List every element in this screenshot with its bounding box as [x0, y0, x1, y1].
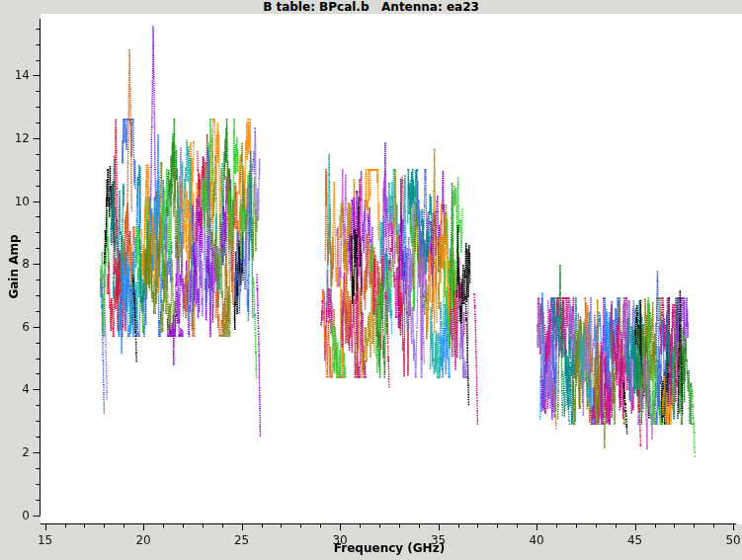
y-tick-label: 4 — [0, 382, 30, 396]
x-tick-label: 40 — [522, 533, 551, 547]
x-tick-label: 15 — [31, 533, 60, 547]
x-tick-label: 50 — [718, 533, 742, 547]
x-tick-label: 35 — [424, 533, 453, 547]
y-tick-label: 12 — [0, 131, 30, 145]
y-tick-label: 0 — [0, 509, 30, 522]
y-tick-label: 2 — [0, 445, 30, 459]
x-tick-label: 30 — [325, 533, 355, 547]
x-tick-label: 25 — [227, 533, 257, 547]
x-tick-label: 20 — [128, 533, 158, 547]
y-tick-label: 8 — [0, 257, 30, 271]
bandpass-scatter-canvas — [0, 0, 742, 560]
plot-window: B table: BPcal.b Antenna: ea23 Gain Amp … — [0, 0, 742, 560]
y-tick-label: 6 — [0, 320, 30, 334]
y-tick-label: 14 — [0, 68, 30, 82]
y-tick-label: 10 — [0, 195, 30, 208]
x-tick-label: 45 — [620, 533, 650, 547]
